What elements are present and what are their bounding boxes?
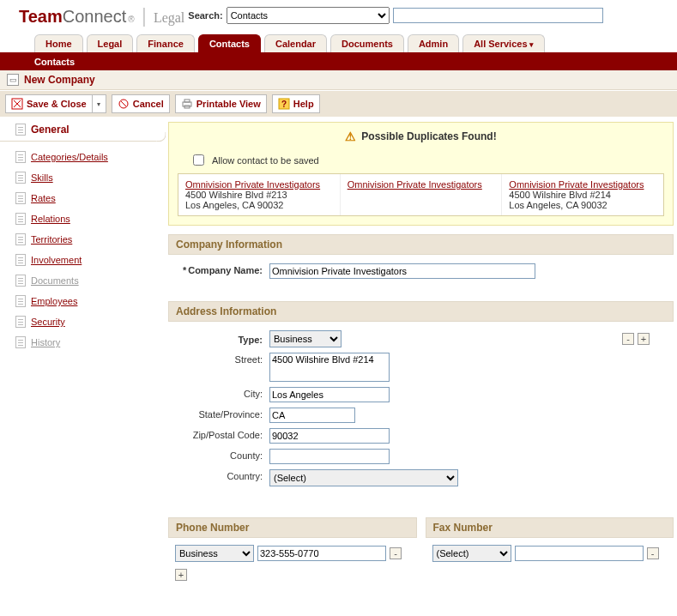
page-title: New Company [24, 74, 95, 86]
document-icon [15, 336, 26, 348]
phone-type-select[interactable]: Business [175, 545, 254, 562]
add-phone-button[interactable]: + [175, 569, 187, 581]
country-label: Country: [175, 469, 269, 481]
app-header: TeamConnect ® | Legal Search: Contacts [0, 0, 677, 29]
allow-save-label: Allow contact to be saved [212, 155, 319, 166]
duplicate-addr2: Los Angeles, CA 90032 [185, 200, 333, 210]
search-input[interactable] [393, 8, 603, 23]
tab-calendar[interactable]: Calendar [264, 34, 327, 52]
cancel-button[interactable]: Cancel [112, 94, 170, 113]
duplicate-addr2: Los Angeles, CA 90032 [509, 200, 656, 210]
company-name-input[interactable] [269, 263, 535, 279]
tab-documents[interactable]: Documents [330, 34, 404, 52]
logo-legal-text: Legal [154, 10, 184, 26]
fax-section: Fax Number (Select) - [426, 509, 674, 588]
sidebar-item-label: Rates [31, 193, 56, 203]
cancel-label: Cancel [133, 99, 164, 109]
address-type-select[interactable]: Business [269, 330, 342, 347]
document-icon [15, 172, 26, 184]
tab-all-services[interactable]: All Services▾ [462, 34, 544, 52]
document-icon [15, 213, 26, 225]
add-address-button[interactable]: + [638, 333, 650, 345]
duplicate-entry: Omnivision Private Investigators [341, 174, 503, 215]
sidebar-item-documents: Documents [0, 270, 161, 291]
logo-team-text: Team [19, 7, 63, 27]
phone-section: Phone Number Business - + [168, 509, 417, 588]
duplicate-entry: Omnivision Private Investigators 4500 Wi… [178, 174, 341, 215]
sidebar-item-rates[interactable]: Rates [0, 188, 161, 208]
duplicate-entry: Omnivision Private Investigators 4500 Wi… [502, 174, 663, 215]
sidebar-item-label: Relations [31, 214, 70, 224]
printable-view-button[interactable]: Printable View [175, 94, 267, 113]
logo-divider: | [142, 3, 147, 27]
duplicate-addr1: 4500 Wilshire Blvd #214 [509, 190, 656, 200]
document-icon [15, 254, 26, 266]
duplicate-link[interactable]: Omnivision Private Investigators [509, 179, 656, 190]
sidebar-item-label: Territories [31, 234, 72, 245]
sidebar-heading: General [0, 122, 161, 142]
print-icon [181, 98, 193, 110]
section-fax: Fax Number [426, 517, 674, 538]
sidebar-item-employees[interactable]: Employees [0, 291, 161, 311]
county-input[interactable] [269, 449, 390, 464]
tab-home[interactable]: Home [34, 34, 83, 52]
duplicates-table: Omnivision Private Investigators 4500 Wi… [178, 173, 664, 216]
city-input[interactable] [269, 387, 390, 402]
sub-navbar: Contacts [0, 53, 677, 70]
tab-admin[interactable]: Admin [408, 34, 459, 52]
company-name-label: *Company Name: [175, 263, 269, 275]
tab-contacts[interactable]: Contacts [198, 34, 261, 52]
allow-save-checkbox[interactable] [193, 154, 204, 166]
sidebar-item-categories[interactable]: Categories/Details [0, 147, 161, 167]
sidebar-item-territories[interactable]: Territories [0, 229, 161, 250]
main-tabs: Home Legal Finance Contacts Calendar Doc… [0, 29, 677, 53]
sidebar-item-label: History [31, 337, 60, 347]
document-icon [15, 295, 26, 307]
sidebar-item-relations[interactable]: Relations [0, 208, 161, 229]
duplicate-link[interactable]: Omnivision Private Investigators [348, 179, 495, 190]
document-icon [15, 151, 26, 163]
tab-legal[interactable]: Legal [87, 34, 134, 52]
zip-input[interactable] [269, 428, 390, 444]
company-info-body: *Company Name: [168, 255, 674, 293]
section-address-info: Address Information [168, 301, 674, 322]
sidebar-item-label: Skills [31, 172, 53, 183]
document-icon [15, 316, 26, 328]
logo-connect-text: Connect [63, 7, 127, 27]
duplicates-title: Possible Duplicates Found! [361, 130, 496, 142]
page-icon: ▭ [7, 74, 19, 86]
country-select[interactable]: (Select) [269, 469, 458, 486]
cancel-icon [118, 98, 130, 110]
sidebar-item-involvement[interactable]: Involvement [0, 250, 161, 270]
address-info-body: Type: Business - + Street: 4500 Wilshire… [168, 322, 674, 500]
action-toolbar: Save & Close ▾ Cancel Printable View ? H… [0, 90, 677, 117]
sidebar-item-label: Involvement [31, 255, 82, 265]
save-close-button[interactable]: Save & Close [5, 94, 93, 113]
remove-fax-button[interactable]: - [647, 547, 659, 559]
help-icon: ? [278, 98, 290, 110]
city-label: City: [175, 387, 269, 399]
fax-type-select[interactable]: (Select) [432, 545, 511, 562]
remove-address-button[interactable]: - [622, 333, 634, 345]
document-icon [15, 275, 26, 287]
sidebar-item-skills[interactable]: Skills [0, 167, 161, 188]
sidebar-item-label: Documents [31, 275, 79, 286]
printable-label: Printable View [196, 99, 261, 109]
state-input[interactable] [269, 408, 355, 423]
remove-phone-button[interactable]: - [390, 547, 402, 559]
help-button[interactable]: ? Help [272, 94, 320, 113]
street-input[interactable]: 4500 Wilshire Blvd #214 [269, 353, 390, 382]
sidebar-item-security[interactable]: Security [0, 311, 161, 332]
sidebar-item-history: History [0, 332, 161, 353]
sidebar: General Categories/Details Skills Rates … [0, 117, 161, 595]
svg-rect-6 [184, 100, 190, 102]
search-scope-select[interactable]: Contacts [227, 7, 390, 24]
duplicate-link[interactable]: Omnivision Private Investigators [185, 179, 333, 190]
save-close-dropdown[interactable]: ▾ [93, 94, 106, 113]
phone-number-input[interactable] [257, 546, 386, 561]
document-icon [15, 233, 26, 245]
zip-label: Zip/Postal Code: [175, 428, 269, 440]
fax-number-input[interactable] [515, 546, 644, 561]
tab-finance[interactable]: Finance [136, 34, 195, 52]
document-icon [15, 192, 26, 204]
